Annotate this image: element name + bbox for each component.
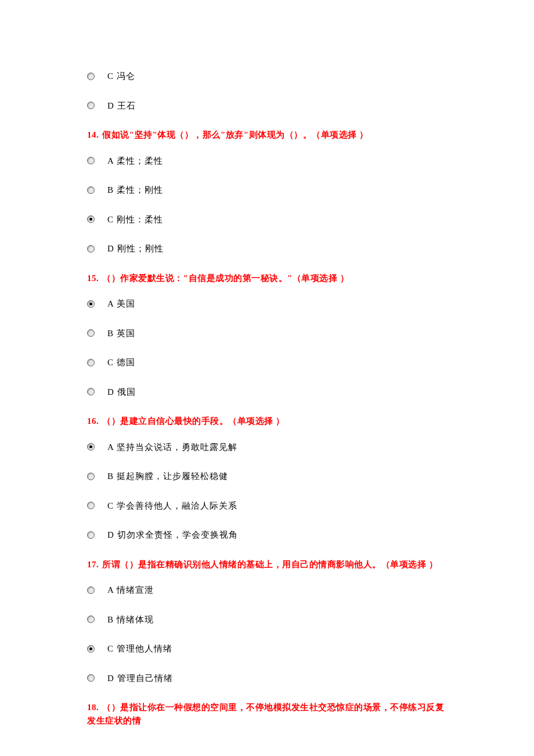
question-number: 15.	[87, 273, 99, 283]
question-text: 18.（）是指让你在一种假想的空间里，不停地模拟发生社交恐惊症的场景，不停练习反…	[87, 701, 447, 727]
option-row[interactable]: B 柔性；刚性	[87, 183, 447, 197]
option-row[interactable]: A 美国	[87, 297, 447, 311]
option-row[interactable]: D 刚性；刚性	[87, 242, 447, 255]
radio-icon[interactable]	[87, 102, 95, 109]
option-label: C 德国	[107, 356, 135, 369]
radio-icon[interactable]	[87, 388, 95, 395]
option-label: D 俄国	[107, 386, 136, 399]
option-row[interactable]: C 管理他人情绪	[87, 642, 447, 656]
question-body: （）是指让你在一种假想的空间里，不停地模拟发生社交恐惊症的场景，不停练习反复发生…	[87, 703, 444, 725]
option-row[interactable]: D 俄国	[87, 386, 447, 399]
radio-icon[interactable]	[87, 329, 95, 337]
radio-icon[interactable]	[87, 73, 95, 80]
option-label: B 英国	[107, 327, 135, 340]
option-label: B 情绪体现	[107, 613, 154, 627]
radio-icon[interactable]	[87, 615, 95, 623]
radio-icon[interactable]	[87, 531, 95, 539]
question-number: 18.	[87, 703, 99, 712]
question-body: （）是建立自信心最快的手段。（单项选择 ）	[102, 416, 284, 426]
option-row[interactable]: A 情绪宣泄	[87, 584, 447, 597]
radio-icon[interactable]	[87, 186, 95, 194]
document-content: C 冯仑D 王石14.假如说"坚持"体现（），那么"放弃"则体现为（）。（单项选…	[87, 70, 447, 727]
option-row[interactable]: C 刚性：柔性	[87, 213, 447, 226]
option-row[interactable]: A 坚持当众说话，勇敢吐露见解	[87, 441, 447, 454]
option-label: D 管理自己情绪	[107, 672, 173, 685]
option-label: D 王石	[107, 99, 136, 113]
option-row[interactable]: C 德国	[87, 356, 447, 369]
option-row[interactable]: C 冯仑	[87, 70, 447, 83]
option-label: A 坚持当众说话，勇敢吐露见解	[107, 441, 237, 454]
question-text: 16.（）是建立自信心最快的手段。（单项选择 ）	[87, 415, 447, 428]
question-text: 14.假如说"坚持"体现（），那么"放弃"则体现为（）。（单项选择 ）	[87, 128, 447, 142]
option-label: B 挺起胸膛，让步履轻松稳健	[107, 470, 228, 483]
radio-icon[interactable]	[87, 443, 95, 451]
option-label: C 管理他人情绪	[107, 642, 172, 656]
radio-icon[interactable]	[87, 645, 95, 653]
question-number: 17.	[87, 560, 99, 569]
option-label: A 美国	[107, 297, 135, 311]
option-row[interactable]: D 王石	[87, 99, 447, 113]
option-row[interactable]: A 柔性；柔性	[87, 154, 447, 168]
question-body: 所谓（）是指在精确识别他人情绪的基础上，用自己的情商影响他人。（单项选择 ）	[102, 560, 438, 569]
option-row[interactable]: D 切勿求全责怪，学会变换视角	[87, 528, 447, 542]
radio-icon[interactable]	[87, 473, 95, 480]
radio-icon[interactable]	[87, 300, 95, 308]
option-row[interactable]: D 管理自己情绪	[87, 672, 447, 685]
radio-icon[interactable]	[87, 245, 95, 253]
question-number: 16.	[87, 416, 99, 426]
option-label: B 柔性；刚性	[107, 183, 163, 197]
option-label: A 情绪宣泄	[107, 584, 154, 597]
radio-icon[interactable]	[87, 215, 95, 223]
option-row[interactable]: C 学会善待他人，融洽人际关系	[87, 499, 447, 513]
radio-icon[interactable]	[87, 674, 95, 682]
option-row[interactable]: B 英国	[87, 327, 447, 340]
option-label: D 切勿求全责怪，学会变换视角	[107, 528, 238, 542]
question-body: （）作家爱默生说："自信是成功的第一秘诀。"（单项选择 ）	[102, 273, 349, 283]
option-row[interactable]: B 情绪体现	[87, 613, 447, 627]
radio-icon[interactable]	[87, 502, 95, 509]
option-label: A 柔性；柔性	[107, 154, 163, 168]
radio-icon[interactable]	[87, 586, 95, 594]
option-label: C 学会善待他人，融洽人际关系	[107, 499, 237, 513]
radio-icon[interactable]	[87, 157, 95, 164]
option-label: D 刚性；刚性	[107, 242, 164, 255]
question-text: 15.（）作家爱默生说："自信是成功的第一秘诀。"（单项选择 ）	[87, 272, 447, 285]
question-text: 17.所谓（）是指在精确识别他人情绪的基础上，用自己的情商影响他人。（单项选择 …	[87, 558, 447, 571]
option-row[interactable]: B 挺起胸膛，让步履轻松稳健	[87, 470, 447, 483]
option-label: C 冯仑	[107, 70, 135, 83]
question-body: 假如说"坚持"体现（），那么"放弃"则体现为（）。（单项选择 ）	[102, 130, 368, 139]
option-label: C 刚性：柔性	[107, 213, 163, 226]
question-number: 14.	[87, 130, 99, 139]
radio-icon[interactable]	[87, 359, 95, 366]
